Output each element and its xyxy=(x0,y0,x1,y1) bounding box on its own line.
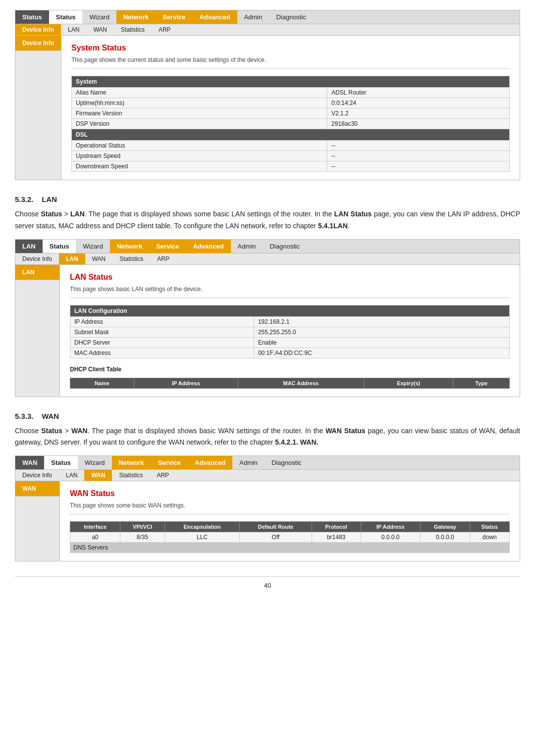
table-row: DSP Version2918ac30 xyxy=(72,119,510,129)
lan-nav-advanced[interactable]: Advanced xyxy=(186,240,230,253)
lan-nav-admin[interactable]: Admin xyxy=(231,240,263,253)
dhcp-col-mac: MAC Address xyxy=(238,378,364,388)
table-row: Operational Status-- xyxy=(72,141,510,151)
lan-section-heading: 5.3.2. LAN xyxy=(15,195,520,203)
lan-nav-label: LAN xyxy=(15,240,43,253)
status-section: Status Status Wizard Network Service Adv… xyxy=(15,10,520,180)
dsl-section-header: DSL xyxy=(72,129,510,141)
lan-heading-number: 5.3.2. xyxy=(15,195,34,203)
wan-col-protocol: Protocol xyxy=(312,522,361,532)
lan-nav-diagnostic[interactable]: Diagnostic xyxy=(263,240,307,253)
wan-col-status: Status xyxy=(470,522,509,532)
lan-subnav-lan[interactable]: LAN xyxy=(59,253,85,264)
status-sub-nav: Device Info LAN WAN Statistics ARP xyxy=(15,24,520,36)
lan-subnav-arp[interactable]: ARP xyxy=(150,253,176,264)
sidebar-device-info[interactable]: Device Info xyxy=(15,36,61,51)
page-number: 40 xyxy=(15,576,520,589)
wan-subnav-wan[interactable]: WAN xyxy=(84,470,112,481)
lan-content: LAN Status This page shows basic LAN set… xyxy=(60,265,520,397)
wan-col-ip: IP Address xyxy=(361,522,420,532)
row-label: Upstream Speed xyxy=(72,151,327,161)
wan-content: WAN Status This page shows some basic WA… xyxy=(60,481,520,561)
table-row: Firmware VersionV2.1.2 xyxy=(72,108,510,119)
dhcp-client-table: Name IP Address MAC Address Expiry(s) Ty… xyxy=(70,378,510,389)
wan-heading-title: WAN xyxy=(42,412,59,420)
wan-nav-diagnostic[interactable]: Diagnostic xyxy=(265,456,309,469)
lan-nav-wizard[interactable]: Wizard xyxy=(76,240,109,253)
wan-col-encap: Encapsulation xyxy=(164,522,240,532)
wan-heading-number: 5.3.3. xyxy=(15,412,34,420)
nav-advanced[interactable]: Advanced xyxy=(192,10,237,24)
lan-config-table: LAN Configuration IP Address192.168.2.1 … xyxy=(70,305,510,358)
lan-subnav-statistics[interactable]: Statistics xyxy=(112,253,150,264)
wan-nav-admin[interactable]: Admin xyxy=(232,456,265,469)
nav-status[interactable]: Status xyxy=(49,10,83,24)
wan-col-interface: Interface xyxy=(70,522,120,532)
nav-status-label: Status xyxy=(15,10,49,24)
subnav-device-info[interactable]: Device Info xyxy=(15,24,61,35)
wan-subnav-device-info[interactable]: Device Info xyxy=(15,470,59,481)
wan-sidebar: WAN xyxy=(15,481,60,561)
wan-page-wrapper: WAN WAN Status This page shows some basi… xyxy=(15,481,520,561)
dhcp-col-type: Type xyxy=(453,378,510,388)
row-value: 00:1F:A4:DD:CC:9C xyxy=(254,348,509,358)
wan-row-ip: 0.0.0.0 xyxy=(361,532,420,543)
wan-nav-status[interactable]: Status xyxy=(44,456,78,469)
subnav-wan[interactable]: WAN xyxy=(86,24,114,35)
lan-nav-service[interactable]: Service xyxy=(149,240,186,253)
status-nav: Status Status Wizard Network Service Adv… xyxy=(15,10,520,24)
nav-service[interactable]: Service xyxy=(156,10,192,24)
subnav-lan[interactable]: LAN xyxy=(61,24,86,35)
wan-nav-service[interactable]: Service xyxy=(151,456,188,469)
subnav-statistics[interactable]: Statistics xyxy=(114,24,152,35)
row-value: 255.255.255.0 xyxy=(254,327,509,337)
lan-subnav-device-info[interactable]: Device Info xyxy=(15,253,59,264)
lan-nav-network[interactable]: Network xyxy=(110,240,149,253)
wan-row-encap: LLC xyxy=(164,532,240,543)
row-value: -- xyxy=(327,141,510,151)
table-row: Downstream Speed-- xyxy=(72,161,510,172)
row-value: 2918ac30 xyxy=(327,119,510,129)
lan-page-wrapper: LAN LAN Status This page shows basic LAN… xyxy=(15,265,520,397)
row-label: IP Address xyxy=(70,316,254,327)
status-content: System Status This page shows the curren… xyxy=(61,36,520,180)
wan-section: WAN Status Wizard Network Service Advanc… xyxy=(15,455,520,561)
wan-nav-advanced[interactable]: Advanced xyxy=(188,456,232,469)
wan-sub-nav: Device Info LAN WAN Statistics ARP xyxy=(15,470,520,481)
wan-nav-wizard[interactable]: Wizard xyxy=(78,456,111,469)
table-row: Upstream Speed-- xyxy=(72,151,510,161)
wan-dns-label: DNS Servers xyxy=(70,543,510,553)
wan-col-vpi: VPI/VCI xyxy=(120,522,165,532)
lan-nav-status[interactable]: Status xyxy=(43,240,76,253)
wan-subnav-lan[interactable]: LAN xyxy=(59,470,84,481)
wan-sidebar-item[interactable]: WAN xyxy=(15,481,59,497)
table-row: IP Address192.168.2.1 xyxy=(70,316,510,327)
row-label: DHCP Server xyxy=(70,337,254,348)
dhcp-client-table-label: DHCP Client Table xyxy=(70,366,510,373)
wan-subnav-arp[interactable]: ARP xyxy=(150,470,176,481)
wan-row-status: down xyxy=(470,532,509,543)
table-row: Alias NameADSL Router xyxy=(72,88,510,98)
nav-wizard[interactable]: Wizard xyxy=(82,10,116,24)
wan-dns-row: DNS Servers xyxy=(70,543,510,553)
lan-heading-title: LAN xyxy=(42,195,57,203)
table-row: Uptime(hh:mm:ss)0:0:14:24 xyxy=(72,98,510,108)
lan-subnav-wan[interactable]: WAN xyxy=(85,253,113,264)
wan-row-interface: a0 xyxy=(70,532,120,543)
row-value: V2.1.2 xyxy=(327,108,510,119)
subnav-arp[interactable]: ARP xyxy=(152,24,178,35)
nav-network[interactable]: Network xyxy=(116,10,156,24)
lan-page-desc: This page shows basic LAN settings of th… xyxy=(70,286,510,298)
wan-row-default-route: Off xyxy=(240,532,312,543)
nav-admin[interactable]: Admin xyxy=(237,10,269,24)
dhcp-col-expiry: Expiry(s) xyxy=(364,378,453,388)
lan-sidebar-item[interactable]: LAN xyxy=(15,265,59,280)
wan-subnav-statistics[interactable]: Statistics xyxy=(112,470,150,481)
lan-page-title: LAN Status xyxy=(70,273,510,282)
nav-diagnostic[interactable]: Diagnostic xyxy=(269,10,313,24)
wan-page-title: WAN Status xyxy=(70,489,510,498)
wan-nav: WAN Status Wizard Network Service Advanc… xyxy=(15,455,520,470)
wan-nav-network[interactable]: Network xyxy=(112,456,151,469)
wan-section-heading: 5.3.3. WAN xyxy=(15,412,520,420)
row-label: Downstream Speed xyxy=(72,161,327,172)
